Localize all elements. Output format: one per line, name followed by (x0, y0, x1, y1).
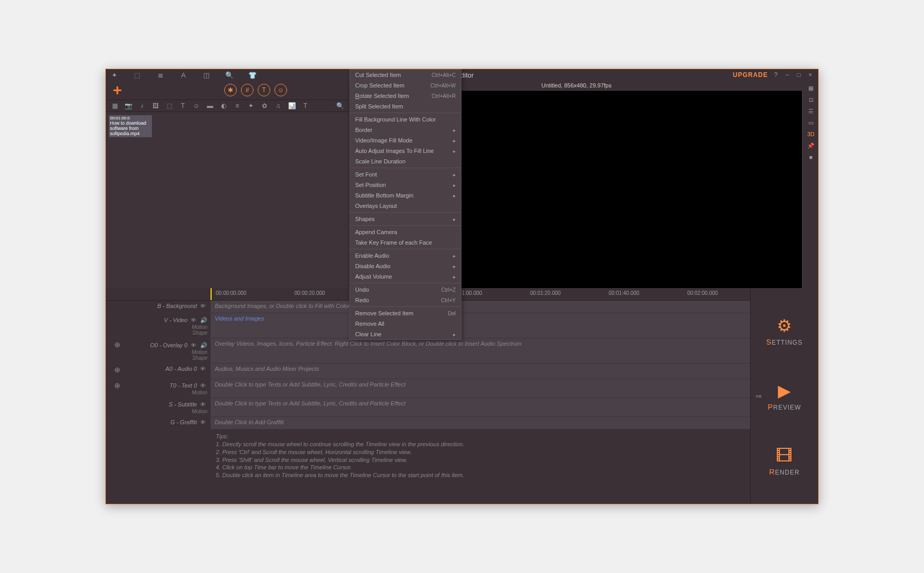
layers-icon[interactable]: ≣ (156, 71, 164, 79)
menu-redo[interactable]: RedoCtrl+Y (350, 295, 461, 305)
image-icon[interactable]: 🖼 (152, 102, 159, 109)
contrast-icon[interactable]: ◐ (220, 102, 227, 109)
speaker-icon[interactable]: 🔊 (200, 342, 207, 349)
menu-remove-all[interactable]: Remove All (350, 318, 461, 329)
square-icon[interactable]: ■ (807, 153, 815, 161)
add-track-button[interactable]: ⊕ (114, 366, 120, 374)
bars-icon[interactable]: 📊 (288, 102, 295, 109)
speaker-icon[interactable]: 🔊 (200, 317, 207, 324)
eye-icon[interactable]: 👁 (200, 366, 207, 373)
camera-icon[interactable]: 📷 (125, 102, 132, 109)
music-icon[interactable]: ♪ (138, 102, 146, 109)
person-icon[interactable]: ☺ (274, 84, 287, 96)
preview-button[interactable]: ▶ PREVIEW (768, 381, 801, 411)
close-button[interactable]: × (807, 71, 814, 79)
menu-set-position[interactable]: Set Position▸ (350, 180, 461, 190)
shape-icon[interactable]: ⬚ (166, 102, 173, 109)
grid-icon[interactable]: ▦ (111, 102, 118, 109)
track-content[interactable]: Background Images, or Double click to Fi… (211, 301, 750, 313)
add-track-button[interactable]: ⊕ (114, 340, 120, 349)
menu-shapes[interactable]: Shapes▸ (350, 214, 461, 224)
bigtext-icon[interactable]: T (302, 102, 309, 109)
menu-adjust-volume[interactable]: Adjust Volume▸ (350, 271, 461, 282)
eye-icon[interactable]: 👁 (191, 342, 198, 349)
add-track-button[interactable]: ⊕ (114, 381, 120, 390)
menu-clear-line[interactable]: Clear Line▸ (350, 329, 461, 339)
render-button[interactable]: 🎞 RENDER (769, 446, 799, 476)
search-icon[interactable]: 🔍 (225, 71, 234, 79)
menu-cut[interactable]: Cut Selected ItemCtrl+Alt+C (350, 70, 461, 80)
play-icon: ▶ (778, 381, 791, 401)
menu-border[interactable]: Border▸ (350, 125, 461, 135)
menu-undo[interactable]: UndoCtrl+Z (350, 284, 461, 295)
help-button[interactable]: ? (772, 71, 779, 79)
list-icon[interactable]: ≡ (234, 102, 241, 109)
menu-fill-mode[interactable]: Video/Image Fill Mode▸ (350, 135, 461, 146)
eye-icon[interactable]: 👁 (200, 303, 207, 310)
menu-split[interactable]: Split Selected Item (350, 101, 461, 112)
pin-icon[interactable]: 📌 (807, 141, 815, 150)
cube-icon[interactable]: ⬚ (133, 71, 141, 79)
menu-remove-selected[interactable]: Remove Selected ItemDel (350, 308, 461, 318)
monitor-icon[interactable]: ▭ (807, 118, 815, 127)
menu-disable-audio[interactable]: Disable Audio▸ (350, 261, 461, 271)
menu-enable-audio[interactable]: Enable Audio▸ (350, 250, 461, 261)
menu-set-font[interactable]: Set Font▸ (350, 169, 461, 180)
track-label: O0 - Overlay 0 (150, 342, 188, 349)
media-clip[interactable]: 00:01:00.0 How to download software from… (109, 115, 152, 137)
sparkle-icon[interactable]: ✦ (247, 102, 255, 109)
track-graffiti: G - Graffiti👁 Double Click to Add Graffi… (106, 417, 750, 429)
track-content[interactable]: Double Click to type Texts or Add Subtit… (211, 398, 750, 416)
columns-icon[interactable]: ◫ (202, 71, 211, 79)
effects-icon[interactable]: ✱ (224, 84, 237, 96)
playhead[interactable] (211, 288, 212, 300)
track-content[interactable]: Videos and Images (211, 313, 750, 338)
track-content[interactable]: Overlay Videos, Images, Icons, Particle … (211, 338, 750, 363)
search-icon[interactable]: 🔍 (336, 102, 344, 109)
eye-icon[interactable]: 👁 (200, 401, 207, 409)
track-content[interactable]: Double Click to Add Graffiti (211, 417, 750, 429)
maximize-button[interactable]: □ (795, 71, 802, 79)
shirt-icon[interactable]: 👕 (248, 71, 257, 79)
3d-icon[interactable]: 3D (807, 130, 815, 138)
menu-rotate[interactable]: Rotate Selected ItemCtrl+Alt+R (350, 91, 461, 101)
menu-fill-bg[interactable]: Fill Background Line With Color (350, 114, 461, 125)
emoji-icon[interactable]: ☺ (193, 102, 200, 109)
eye-icon[interactable]: 👁 (200, 419, 207, 426)
track-content[interactable]: Audios, Musics and Audio Mixer Projects (211, 363, 750, 379)
menu-crop[interactable]: Crop Selected ItemCtrl+Alt+W (350, 80, 461, 91)
type-icon[interactable]: T (179, 102, 186, 109)
upgrade-button[interactable]: UPGRADE (733, 71, 768, 79)
minimize-button[interactable]: − (784, 71, 791, 79)
wand-icon[interactable]: ✦ (110, 71, 118, 79)
battery-icon[interactable]: ▬ (206, 102, 214, 109)
menu-auto-adjust[interactable]: Auto Adjust Images To Fill Line▸ (350, 146, 461, 156)
add-media-button[interactable]: + (110, 83, 125, 97)
track-content[interactable]: Double Click to type Texts or Add Subtit… (211, 379, 750, 398)
context-menu: Cut Selected ItemCtrl+Alt+C Crop Selecte… (349, 69, 461, 340)
clip-name: How to download software from softpedia.… (110, 121, 151, 137)
settings-button[interactable]: ⚙ SETTINGS (766, 316, 802, 346)
eye-icon[interactable]: 👁 (200, 382, 207, 390)
layers-icon[interactable]: ☰ (807, 107, 815, 115)
menu-keyframe[interactable]: Take Key Frame of each Face (350, 237, 461, 248)
menu-append-camera[interactable]: Append Camera (350, 227, 461, 237)
menu-subtitle-margin[interactable]: Subtitle Bottom Margin▸ (350, 190, 461, 201)
track-label: S - Subtitle (169, 401, 197, 409)
collapse-icon[interactable]: ⇨ (756, 392, 762, 400)
hash-icon[interactable]: # (241, 84, 254, 96)
tool-row: ▦ 📷 ♪ 🖼 ⬚ T ☺ ▬ ◐ ≡ ✦ ✿ ♫ 📊 T 🔍 (106, 100, 349, 112)
font-icon[interactable]: A (179, 71, 188, 79)
fit-icon[interactable]: ▦ (807, 84, 815, 92)
music2-icon[interactable]: ♫ (274, 102, 282, 109)
eye-icon[interactable]: 👁 (191, 317, 198, 324)
zoom-icon[interactable]: ⊡ (807, 95, 815, 104)
track-label: A0 - Audio 0 (166, 366, 197, 372)
track-text: ⊕ T0 - Text 0👁 Motion Double Click to ty… (106, 379, 750, 398)
menu-overlays[interactable]: Overlays Layout (350, 201, 461, 211)
text-icon[interactable]: T (258, 84, 270, 96)
tips: Tips: 1. Directly scroll the mouse wheel… (106, 429, 750, 482)
puzzle-icon[interactable]: ✿ (261, 102, 268, 109)
menu-scale[interactable]: Scale Line Duration (350, 156, 461, 167)
track-sublabel: Motion (192, 409, 207, 414)
